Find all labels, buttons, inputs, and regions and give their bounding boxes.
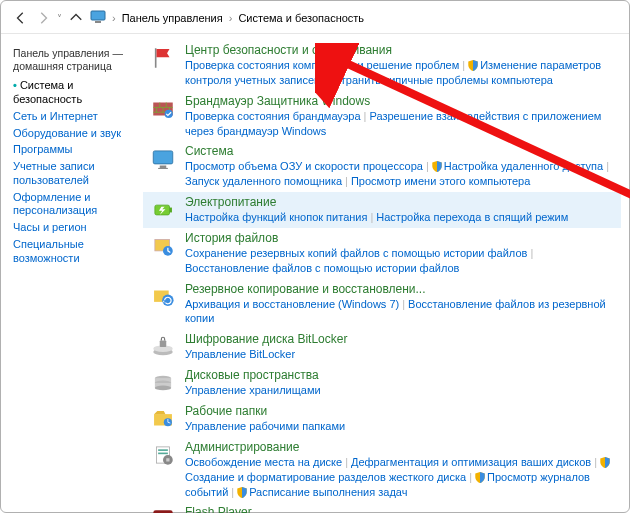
svg-rect-1 <box>95 21 101 23</box>
sublink[interactable]: Настройка перехода в спящий режим <box>376 211 568 223</box>
sublink[interactable]: Запуск удаленного помощника <box>185 175 342 187</box>
category-title[interactable]: История файлов <box>185 231 617 245</box>
category-icon <box>149 440 177 500</box>
forward-button[interactable] <box>35 10 51 26</box>
breadcrumb-root[interactable]: Панель управления <box>122 12 223 24</box>
sublink[interactable]: Просмотр объема ОЗУ и скорости процессор… <box>185 160 423 172</box>
sublink-row: Сохранение резервных копий файлов с помо… <box>185 246 617 276</box>
svg-rect-2 <box>155 48 157 68</box>
sublink[interactable]: Восстановление файлов с помощью истории … <box>185 262 459 274</box>
category-row: Рабочие папкиУправление рабочими папками <box>143 401 621 437</box>
divider: | <box>370 211 373 223</box>
svg-rect-16 <box>170 208 172 213</box>
svg-rect-12 <box>153 151 173 164</box>
category-title[interactable]: Брандмауэр Защитника Windows <box>185 94 617 108</box>
sublink[interactable]: Дефрагментация и оптимизация ваших диско… <box>351 456 591 468</box>
sublink-row: Освобождение места на диске|Дефрагментац… <box>185 455 617 500</box>
svg-rect-0 <box>91 11 105 20</box>
sublink[interactable]: Управление рабочими папками <box>185 420 345 432</box>
category-title[interactable]: Резервное копирование и восстановлени... <box>185 282 617 296</box>
svg-rect-33 <box>158 452 168 454</box>
category-row: Брандмауэр Защитника WindowsПроверка сос… <box>143 91 621 142</box>
sublink[interactable]: Освобождение места на диске <box>185 456 342 468</box>
category-icon <box>149 94 177 139</box>
sublink[interactable]: Настройка функций кнопок питания <box>185 211 367 223</box>
svg-point-28 <box>155 386 171 391</box>
category-title[interactable]: Центр безопасности и обслуживания <box>185 43 617 57</box>
sidebar-item-accounts[interactable]: Учетные записи пользователей <box>13 160 137 188</box>
control-panel-icon <box>90 9 106 27</box>
sidebar-item-accessibility[interactable]: Специальные возможности <box>13 238 137 266</box>
uac-shield-icon <box>600 456 612 468</box>
sublink[interactable]: Проверка состояния брандмауэра <box>185 110 361 122</box>
sublink[interactable]: Управление BitLocker <box>185 348 295 360</box>
sublink[interactable]: Просмотр имени этого компьютера <box>351 175 530 187</box>
category-icon <box>149 231 177 276</box>
category-icon <box>149 332 177 362</box>
category-title[interactable]: Система <box>185 144 617 158</box>
sidebar-item-appearance[interactable]: Оформление и персонализация <box>13 191 137 219</box>
svg-rect-32 <box>158 449 168 451</box>
up-button[interactable] <box>68 10 84 26</box>
divider: | <box>364 110 367 122</box>
category-icon <box>149 282 177 327</box>
divider: | <box>530 247 533 259</box>
category-row: Шифрование диска BitLockerУправление Bit… <box>143 329 621 365</box>
divider: | <box>462 59 465 71</box>
category-row: Центр безопасности и обслуживанияПроверк… <box>143 40 621 91</box>
breadcrumb-current[interactable]: Система и безопасность <box>238 12 364 24</box>
sublink-row: Архивация и восстановление (Windows 7)|В… <box>185 297 617 327</box>
category-icon <box>149 368 177 398</box>
category-row: АдминистрированиеОсвобождение места на д… <box>143 437 621 503</box>
category-title[interactable]: Шифрование диска BitLocker <box>185 332 617 346</box>
sidebar-item-programs[interactable]: Программы <box>13 143 137 157</box>
category-row: Flash Player <box>143 502 621 513</box>
category-list: Центр безопасности и обслуживанияПроверк… <box>143 34 629 513</box>
content-body: Панель управления — домашняя страница Си… <box>1 34 629 513</box>
sidebar: Панель управления — домашняя страница Си… <box>1 34 143 513</box>
category-row: Резервное копирование и восстановлени...… <box>143 279 621 330</box>
sublink[interactable]: Настройка удаленного доступа <box>444 160 603 172</box>
control-panel-window: ˅ › Панель управления › Система и безопа… <box>0 0 630 513</box>
category-icon <box>149 195 177 225</box>
category-title[interactable]: Электропитание <box>185 195 617 209</box>
svg-rect-14 <box>158 168 168 169</box>
sublink-row: Настройка функций кнопок питания|Настрой… <box>185 210 617 225</box>
sublink-row: Просмотр объема ОЗУ и скорости процессор… <box>185 159 617 189</box>
sidebar-item-clock-region[interactable]: Часы и регион <box>13 221 137 235</box>
sidebar-item-network[interactable]: Сеть и Интернет <box>13 110 137 124</box>
divider: | <box>426 160 429 172</box>
category-title[interactable]: Flash Player <box>185 505 617 513</box>
back-button[interactable] <box>13 10 29 26</box>
divider: | <box>345 175 348 187</box>
category-row: История файловСохранение резервных копий… <box>143 228 621 279</box>
sublink[interactable]: Устранить типичные проблемы компьютера <box>329 74 553 86</box>
category-title[interactable]: Рабочие папки <box>185 404 617 418</box>
sidebar-home[interactable]: Панель управления — домашняя страница <box>13 47 137 73</box>
sublink[interactable]: Проверка состояния компьютера и решение … <box>185 59 459 71</box>
category-icon <box>149 144 177 189</box>
sublink[interactable]: Расписание выполнения задач <box>249 486 407 498</box>
divider: | <box>402 298 405 310</box>
sublink[interactable]: Сохранение резервных копий файлов с помо… <box>185 247 527 259</box>
recent-dropdown-icon[interactable]: ˅ <box>57 13 62 24</box>
category-title[interactable]: Дисковые пространства <box>185 368 617 382</box>
category-icon <box>149 43 177 88</box>
uac-shield-icon <box>237 486 249 498</box>
sublink[interactable]: Создание и форматирование разделов жестк… <box>185 471 466 483</box>
sidebar-item-system-security[interactable]: Система и безопасность <box>13 79 137 107</box>
sublink[interactable]: Архивация и восстановление (Windows 7) <box>185 298 399 310</box>
sublink[interactable]: Управление хранилищами <box>185 384 321 396</box>
sublink-row: Проверка состояния брандмауэра|Разрешени… <box>185 109 617 139</box>
svg-rect-23 <box>160 341 167 348</box>
sublink-row: Проверка состояния компьютера и решение … <box>185 58 617 88</box>
category-row: ЭлектропитаниеНастройка функций кнопок п… <box>143 192 621 228</box>
uac-shield-icon <box>468 59 480 71</box>
svg-rect-35 <box>166 458 169 461</box>
chevron-right-icon: › <box>112 12 116 24</box>
sublink-row: Управление рабочими папками <box>185 419 617 434</box>
uac-shield-icon <box>475 471 487 483</box>
category-title[interactable]: Администрирование <box>185 440 617 454</box>
category-row: СистемаПросмотр объема ОЗУ и скорости пр… <box>143 141 621 192</box>
sidebar-item-hardware[interactable]: Оборудование и звук <box>13 127 137 141</box>
